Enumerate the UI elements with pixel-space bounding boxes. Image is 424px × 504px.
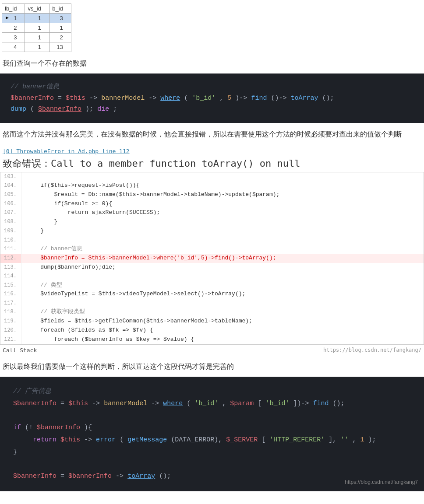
- table-cell-lbid: 3: [2, 33, 25, 42]
- error-section: [0] ThrowableError in Ad.php line 112 致命…: [0, 144, 424, 172]
- listing-row: 108. }: [0, 217, 424, 227]
- line-number: 120.: [0, 326, 21, 335]
- table-row: 312: [2, 33, 71, 42]
- table-cell-lbid: 4: [2, 42, 25, 52]
- line-code: dump($bannerInfo);die;: [21, 263, 424, 272]
- line-code: if($this->request->isPost()){: [21, 181, 424, 190]
- data-table: lb_id vs_id b_id ►1132113124113: [2, 4, 71, 52]
- table-row: 211: [2, 23, 71, 33]
- line-number: 107.: [0, 208, 21, 217]
- table-section: lb_id vs_id b_id ►1132113124113: [0, 0, 424, 52]
- line-code: if($result >= 0){: [21, 200, 424, 209]
- line-code: // 获取字段类型: [21, 308, 424, 317]
- call-stack-bar: Call Stack https://blog.csdn.net/fangkan…: [0, 345, 424, 355]
- csdn-link-1: https://blog.csdn.net/fangkang7: [323, 347, 421, 354]
- line-number: 113.: [0, 263, 21, 272]
- listing-row: 115. // 类型: [0, 281, 424, 290]
- listing-row: 117.: [0, 299, 424, 308]
- listing-row: 109. }: [0, 227, 424, 236]
- line-code: [21, 236, 424, 245]
- table-cell-bid: 3: [49, 14, 71, 23]
- listing-row: 113. dump($bannerInfo);die;: [0, 263, 424, 272]
- fatal-error-text: 致命错误：Call to a member function toArray()…: [3, 158, 300, 169]
- line-number: 110.: [0, 236, 21, 245]
- line-code: $result = Db::name($this->bannerModel->t…: [21, 190, 424, 200]
- line-number: 111.: [0, 245, 21, 254]
- table-cell-vsid: 1: [25, 33, 49, 42]
- line-number: 105.: [0, 190, 21, 200]
- table-cell-vsid: 1: [25, 42, 49, 52]
- code2-line4: return $this -> error ( getMessage (DATA…: [13, 434, 411, 446]
- code-listing: 103.104. if($this->request->isPost()){10…: [0, 172, 424, 345]
- code2-blank2: [13, 458, 411, 470]
- listing-row: 104. if($this->request->isPost()){: [0, 181, 424, 190]
- code2-line1: $bannerInfo = $this -> bannerModel -> wh…: [13, 398, 411, 410]
- listing-row: 118. // 获取字段类型: [0, 308, 424, 317]
- line-number: 118.: [0, 308, 21, 317]
- line-number: 114.: [0, 272, 21, 280]
- line-code: }: [21, 217, 424, 227]
- code1-line2: dump ( $bannerInfo ); die ;: [11, 104, 413, 115]
- listing-row: 114.: [0, 272, 424, 280]
- listing-row: 119. $fields = $this->getFileCommon($thi…: [0, 317, 424, 326]
- table-header-bid: b_id: [49, 4, 71, 14]
- line-number: 121.: [0, 335, 21, 344]
- paragraph-2: 然而这个方法并没有那么完美，在没有数据的时候，他会直接报错，所以在需要使用这个方…: [0, 123, 424, 144]
- line-code: foreach ($bannerInfo as $key => $value) …: [21, 335, 424, 344]
- listing-row: 116. $videoTypeList = $this->videoTypeMo…: [0, 290, 424, 299]
- table-cell-bid: 13: [49, 42, 71, 52]
- line-code: $videoTypeList = $this->videoTypeModel->…: [21, 290, 424, 299]
- line-number: 119.: [0, 317, 21, 326]
- line-number: 106.: [0, 200, 21, 209]
- line-code: [21, 299, 424, 308]
- listing-row: 105. $result = Db::name($this->bannerMod…: [0, 190, 424, 200]
- listing-row: 121. foreach ($bannerInfo as $key => $va…: [0, 335, 424, 344]
- line-code: [21, 172, 424, 181]
- line-number: 103.: [0, 172, 21, 181]
- code2-comment: // 广告信息: [13, 385, 411, 398]
- fatal-error-line: 致命错误：Call to a member function toArray()…: [3, 157, 421, 170]
- line-code: [21, 272, 424, 280]
- para1-text: 我们查询一个不存在的数据: [3, 60, 87, 67]
- para2-text: 然而这个方法并没有那么完美，在没有数据的时候，他会直接报错，所以在需要使用这个方…: [3, 130, 402, 138]
- listing-row: 106. if($result >= 0){: [0, 200, 424, 209]
- code2-line3: if (! $bannerInfo ){: [13, 422, 411, 434]
- table-cell-bid: 1: [49, 23, 71, 33]
- listing-row: 120. foreach ($fields as $fk => $fv) {: [0, 326, 424, 335]
- line-code: }: [21, 227, 424, 236]
- line-number: 117.: [0, 299, 21, 308]
- table-cell-lbid: ►1: [2, 14, 25, 23]
- code2-blank1: [13, 410, 411, 422]
- table-cell-lbid: 2: [2, 23, 25, 33]
- throwable-line: [0] ThrowableError in Ad.php line 112: [3, 148, 421, 154]
- paragraph-1: 我们查询一个不存在的数据: [0, 52, 424, 74]
- code1-line1: $bannerInfo = $this -> bannerModel -> wh…: [11, 93, 413, 104]
- line-code: $bannerInfo = $this->bannerModel->where(…: [21, 254, 424, 263]
- paragraph-3: 所以最终我们需要做一个这样的判断，所以直达这个这段代码才算是完善的: [0, 355, 424, 377]
- throwable-link[interactable]: [0] ThrowableError in Ad.php line 112: [3, 148, 130, 154]
- line-number: 115.: [0, 281, 21, 290]
- line-number: 116.: [0, 290, 21, 299]
- code2-line5: }: [13, 446, 411, 458]
- listing-row: 111. // banner信息: [0, 245, 424, 254]
- line-code: return ajaxReturn(SUCCESS);: [21, 208, 424, 217]
- table-row: ►113: [2, 14, 71, 23]
- code1-comment: // banner信息: [11, 81, 413, 93]
- table-header-lbid: lb_id: [2, 4, 25, 14]
- table-header-vsid: vs_id: [25, 4, 49, 14]
- line-number: 112.: [0, 254, 21, 263]
- table-cell-bid: 2: [49, 33, 71, 42]
- line-code: // 类型: [21, 281, 424, 290]
- code-block-1: // banner信息 $bannerInfo = $this -> banne…: [0, 74, 424, 123]
- para3-text: 所以最终我们需要做一个这样的判断，所以直达这个这段代码才算是完善的: [3, 363, 234, 370]
- table-cell-vsid: 1: [25, 14, 49, 23]
- call-stack-label: Call Stack: [3, 347, 37, 354]
- line-number: 108.: [0, 217, 21, 227]
- table-row: 4113: [2, 42, 71, 52]
- code-block-2: // 广告信息 $bannerInfo = $this -> bannerMod…: [0, 377, 424, 491]
- line-code: foreach ($fields as $fk => $fv) {: [21, 326, 424, 335]
- line-number: 109.: [0, 227, 21, 236]
- listing-row: 103.: [0, 172, 424, 181]
- line-code: // banner信息: [21, 245, 424, 254]
- listing-row: 107. return ajaxReturn(SUCCESS);: [0, 208, 424, 217]
